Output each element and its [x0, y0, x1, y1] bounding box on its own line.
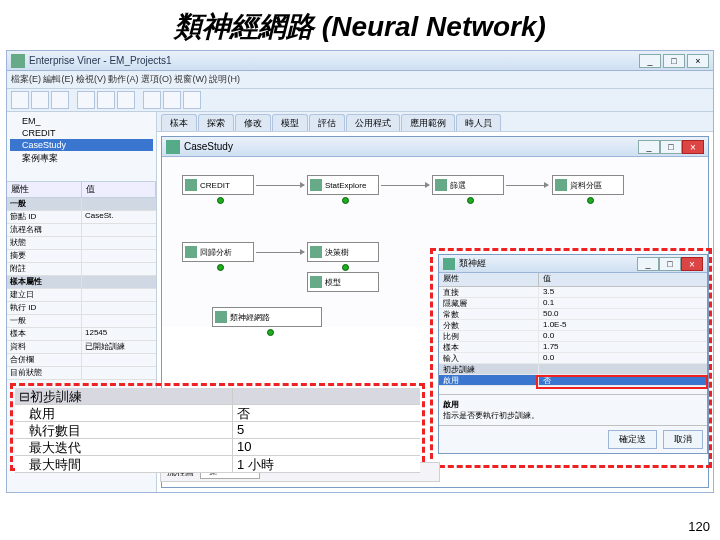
- slide-title: 類神經網路 (Neural Network): [0, 0, 720, 50]
- property-row[interactable]: 目前狀態: [7, 367, 156, 380]
- dialog-property-row[interactable]: 樣本1.75: [439, 342, 707, 353]
- connector: [256, 252, 304, 253]
- connector: [256, 185, 304, 186]
- property-row[interactable]: 摘要: [7, 250, 156, 263]
- minimize-button[interactable]: _: [639, 54, 661, 68]
- app-icon: [11, 54, 25, 68]
- desc-label: 啟用: [443, 399, 703, 410]
- property-row[interactable]: 合併欄: [7, 354, 156, 367]
- cancel-button[interactable]: 取消: [663, 430, 703, 449]
- property-row[interactable]: 執行 ID: [7, 302, 156, 315]
- partition-icon: [555, 179, 567, 191]
- node-statexplore[interactable]: StatExplore: [307, 175, 379, 195]
- dialog-property-row[interactable]: 常數50.0: [439, 309, 707, 320]
- node-neural[interactable]: 類神經網路: [212, 307, 322, 327]
- property-row[interactable]: 資料已開始訓練: [7, 341, 156, 354]
- neural-icon: [443, 258, 455, 270]
- diagram-maximize[interactable]: □: [660, 140, 682, 154]
- overlay-property-row: 啟用否: [15, 405, 420, 422]
- status-dot-icon: [467, 197, 474, 204]
- project-tree[interactable]: EM_ CREDIT CaseStudy 案例專案: [7, 112, 156, 182]
- tool-paste[interactable]: [117, 91, 135, 109]
- status-dot-icon: [217, 264, 224, 271]
- property-row[interactable]: 附註: [7, 263, 156, 276]
- overlay-property-table: ⊟初步訓練 啟用否執行數目5最大迭代10最大時間1 小時: [15, 388, 420, 473]
- tree-icon: [310, 246, 322, 258]
- palette-tab[interactable]: 修改: [235, 114, 271, 131]
- desc-text: 指示是否要執行初步訓練。: [443, 410, 703, 421]
- dialog-close[interactable]: ×: [681, 257, 703, 271]
- tool-help[interactable]: [183, 91, 201, 109]
- diagram-titlebar: CaseStudy _ □ ×: [162, 137, 708, 157]
- dialog-property-row[interactable]: 初步訓練: [439, 364, 707, 375]
- property-row[interactable]: 一般: [7, 315, 156, 328]
- neural-icon: [215, 311, 227, 323]
- dialog-property-row[interactable]: 直接3.5: [439, 287, 707, 298]
- data-icon: [185, 179, 197, 191]
- dialog-minimize[interactable]: _: [637, 257, 659, 271]
- tree-item[interactable]: EM_: [10, 115, 153, 127]
- node-credit[interactable]: CREDIT: [182, 175, 254, 195]
- toolbar: [7, 89, 713, 112]
- property-row[interactable]: 一般: [7, 198, 156, 211]
- palette-tab[interactable]: 公用程式: [346, 114, 400, 131]
- property-header: 屬性 值: [7, 182, 156, 198]
- status-dot-icon: [217, 197, 224, 204]
- property-row[interactable]: 樣本屬性: [7, 276, 156, 289]
- diagram-close[interactable]: ×: [682, 140, 704, 154]
- app-title: Enterprise Viner - EM_Projects1: [29, 55, 639, 66]
- tool-open[interactable]: [31, 91, 49, 109]
- property-row[interactable]: 樣本12545: [7, 328, 156, 341]
- close-button[interactable]: ×: [687, 54, 709, 68]
- maximize-button[interactable]: □: [663, 54, 685, 68]
- status-dot-icon: [587, 197, 594, 204]
- palette-tab[interactable]: 應用範例: [401, 114, 455, 131]
- dialog-property-row[interactable]: 比例0.0: [439, 331, 707, 342]
- node-model[interactable]: 模型: [307, 272, 379, 292]
- diagram-minimize[interactable]: _: [638, 140, 660, 154]
- dialog-property-row[interactable]: 輸入0.0: [439, 353, 707, 364]
- neural-properties-dialog: 類神經 _ □ × 屬性 值 直接3.5隱藏層0.1常數50.0分數1.0E-5…: [438, 254, 708, 454]
- filter-icon: [435, 179, 447, 191]
- property-row[interactable]: 節點 IDCaseSt.: [7, 211, 156, 224]
- connector: [381, 185, 429, 186]
- app-titlebar: Enterprise Viner - EM_Projects1 _ □ ×: [7, 51, 713, 71]
- dialog-property-grid[interactable]: 直接3.5隱藏層0.1常數50.0分數1.0E-5比例0.0樣本1.75輸入0.…: [439, 287, 707, 386]
- palette-tab[interactable]: 評估: [309, 114, 345, 131]
- tool-save[interactable]: [51, 91, 69, 109]
- dialog-maximize[interactable]: □: [659, 257, 681, 271]
- tool-run[interactable]: [143, 91, 161, 109]
- tree-item-selected[interactable]: CaseStudy: [10, 139, 153, 151]
- property-row[interactable]: 流程名稱: [7, 224, 156, 237]
- palette-tab[interactable]: 模型: [272, 114, 308, 131]
- tree-item[interactable]: 案例專案: [10, 151, 153, 166]
- dialog-titlebar: 類神經 _ □ ×: [439, 255, 707, 273]
- dialog-property-row[interactable]: 分數1.0E-5: [439, 320, 707, 331]
- palette-tab[interactable]: 探索: [198, 114, 234, 131]
- connector: [506, 185, 548, 186]
- property-row[interactable]: 建立日: [7, 289, 156, 302]
- node-regression[interactable]: 回歸分析: [182, 242, 254, 262]
- explore-icon: [310, 179, 322, 191]
- tool-new[interactable]: [11, 91, 29, 109]
- dialog-property-row[interactable]: 隱藏層0.1: [439, 298, 707, 309]
- model-icon: [310, 276, 322, 288]
- dialog-grid-header: 屬性 值: [439, 273, 707, 287]
- node-partition[interactable]: 資料分區: [552, 175, 624, 195]
- status-dot-icon: [267, 329, 274, 336]
- ok-button[interactable]: 確定送: [608, 430, 657, 449]
- menubar[interactable]: 檔案(E) 編輯(E) 檢視(V) 動作(A) 選項(O) 視窗(W) 說明(H…: [7, 71, 713, 89]
- node-filter[interactable]: 篩選: [432, 175, 504, 195]
- property-row[interactable]: 狀態: [7, 237, 156, 250]
- dialog-property-row[interactable]: 啟用否: [439, 375, 707, 386]
- node-palette-tabs: 樣本探索修改模型評估公用程式應用範例時人員: [157, 112, 713, 132]
- tool-cut[interactable]: [77, 91, 95, 109]
- diagram-icon: [166, 140, 180, 154]
- node-tree[interactable]: 決策樹: [307, 242, 379, 262]
- tree-item[interactable]: CREDIT: [10, 127, 153, 139]
- palette-tab[interactable]: 樣本: [161, 114, 197, 131]
- tool-copy[interactable]: [97, 91, 115, 109]
- tool-stop[interactable]: [163, 91, 181, 109]
- diagram-title: CaseStudy: [184, 141, 638, 152]
- palette-tab[interactable]: 時人員: [456, 114, 501, 131]
